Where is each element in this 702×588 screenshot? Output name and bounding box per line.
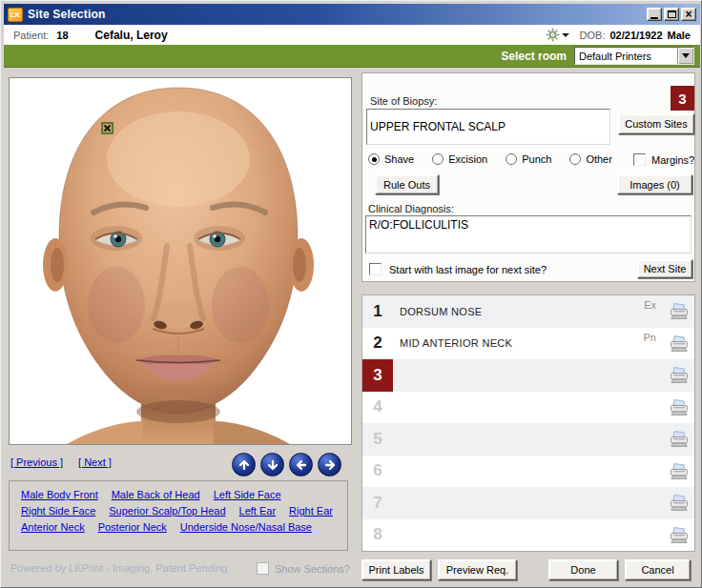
cancel-button[interactable]: Cancel: [625, 559, 691, 580]
current-site-number-badge: 3: [671, 86, 694, 111]
site-row-number: 3: [362, 359, 393, 392]
show-sections-checkbox[interactable]: [257, 562, 269, 575]
next-site-button[interactable]: Next Site: [637, 259, 692, 278]
previous-link[interactable]: [ Previous ]: [10, 456, 63, 468]
gear-icon: [546, 28, 560, 42]
rule-outs-button[interactable]: Rule Outs: [375, 174, 439, 194]
site-of-biopsy-label: Site of Biopsy:: [370, 95, 437, 107]
procedure-radio-group: ShaveExcisionPunchOther: [368, 153, 612, 165]
arrow-right-icon: [322, 457, 338, 473]
patient-name: Cefalu, Leroy: [95, 29, 168, 42]
site-row-print-button[interactable]: [669, 335, 690, 355]
region-link-right-side-face[interactable]: Right Side Face: [21, 505, 95, 517]
site-row-number: 2: [362, 328, 393, 360]
region-link-line: Male Body FrontMale Back of HeadLeft Sid…: [21, 489, 347, 500]
site-row-print-button[interactable]: [669, 366, 690, 386]
images-button[interactable]: Images (0): [617, 174, 692, 194]
site-row-print-button[interactable]: [669, 494, 690, 514]
maximize-button[interactable]: [664, 8, 679, 21]
titlebar: LK Site Selection ×: [4, 4, 700, 25]
dob-label: DOB:: [580, 30, 606, 41]
done-button[interactable]: Done: [548, 559, 618, 580]
site-row-print-button[interactable]: [669, 302, 690, 322]
dropdown-arrow-icon: [682, 53, 690, 58]
patient-head-image-panel[interactable]: [9, 77, 352, 445]
minimize-button[interactable]: [647, 8, 662, 21]
patient-head-image[interactable]: [10, 78, 351, 444]
site-row-1[interactable]: 1DORSUM NOSEEx: [362, 295, 694, 328]
arrow-up-icon: [237, 457, 252, 473]
dropdown-arrow-button[interactable]: [677, 48, 693, 64]
maximize-icon: [668, 10, 676, 18]
patient-sex: Male: [668, 30, 691, 41]
nav-down-button[interactable]: [260, 453, 284, 476]
site-list: 1DORSUM NOSEEx2MID ANTERIOR NECKPn345678: [361, 294, 695, 552]
site-row-procedure-code: Ex: [644, 299, 656, 311]
site-row-6[interactable]: 6: [362, 456, 694, 488]
margins-checkbox[interactable]: [633, 153, 646, 166]
site-row-name: MID ANTERIOR NECK: [400, 337, 512, 349]
procedure-radio-excision[interactable]: Excision: [432, 153, 487, 165]
radio-button-icon: [432, 153, 444, 165]
printer-icon: [669, 430, 690, 450]
site-row-3[interactable]: 3: [362, 359, 694, 392]
powered-by-text: Powered by LKPrint - Imaging. Patent Pen…: [10, 562, 231, 574]
settings-menu-button[interactable]: [546, 28, 569, 42]
clinical-diagnosis-input[interactable]: R/O:FOLLICULITIS: [365, 215, 692, 253]
show-sections-control: Show Sections?: [257, 562, 350, 575]
site-row-5[interactable]: 5: [362, 423, 694, 456]
site-row-procedure-code: Pn: [644, 332, 656, 343]
printer-dropdown-value: Default Printers: [575, 51, 677, 62]
close-icon: ×: [685, 10, 692, 19]
view-rotation-controls: [232, 453, 352, 476]
region-link-left-ear[interactable]: Left Ear: [239, 505, 277, 517]
region-link-male-body-front[interactable]: Male Body Front: [21, 489, 98, 500]
site-row-7[interactable]: 7: [362, 487, 694, 519]
site-row-number: 7: [362, 487, 393, 519]
room-bar: Select room Default Printers: [4, 45, 700, 68]
arrow-left-icon: [294, 457, 309, 473]
nav-left-button[interactable]: [289, 453, 313, 476]
radio-button-icon: [569, 153, 581, 165]
site-row-2[interactable]: 2MID ANTERIOR NECKPn: [362, 328, 694, 360]
start-with-last-image-checkbox[interactable]: [369, 263, 382, 275]
site-row-number: 5: [362, 423, 393, 456]
printer-icon: [669, 335, 690, 355]
region-link-right-ear[interactable]: Right Ear: [289, 505, 333, 517]
nav-right-button[interactable]: [318, 453, 341, 476]
printer-dropdown[interactable]: Default Printers: [574, 47, 694, 65]
region-link-anterior-neck[interactable]: Anterior Neck: [21, 521, 85, 533]
nav-up-button[interactable]: [232, 453, 256, 476]
site-row-print-button[interactable]: [669, 398, 690, 418]
site-row-print-button[interactable]: [669, 462, 690, 482]
region-link-superior-scalp-top-head[interactable]: Superior Scalp/Top Head: [109, 505, 225, 517]
printer-icon: [669, 398, 690, 418]
region-link-male-back-of-head[interactable]: Male Back of Head: [112, 489, 200, 500]
printer-icon: [669, 526, 690, 546]
radio-button-icon: [368, 153, 380, 165]
radio-button-icon: [506, 153, 517, 165]
procedure-radio-other[interactable]: Other: [569, 153, 612, 165]
preview-req-button[interactable]: Preview Req.: [438, 559, 517, 580]
window-title: Site Selection: [28, 8, 647, 21]
region-link-underside-nose-nasal-base[interactable]: Underside Nose/Nasal Base: [180, 521, 312, 533]
region-link-posterior-neck[interactable]: Posterior Neck: [98, 521, 167, 533]
printer-icon: [669, 366, 690, 386]
site-row-print-button[interactable]: [669, 430, 690, 450]
next-link[interactable]: [ Next ]: [78, 456, 112, 468]
procedure-radio-label: Excision: [448, 153, 487, 165]
region-link-left-side-face[interactable]: Left Side Face: [214, 489, 281, 500]
procedure-radio-punch[interactable]: Punch: [506, 153, 551, 165]
print-labels-button[interactable]: Print Labels: [361, 559, 431, 580]
site-row-8[interactable]: 8: [362, 519, 694, 552]
patient-label: Patient:: [13, 30, 49, 41]
procedure-radio-shave[interactable]: Shave: [368, 153, 414, 165]
site-row-4[interactable]: 4: [362, 392, 694, 424]
site-of-biopsy-input[interactable]: [366, 109, 610, 145]
close-button[interactable]: ×: [681, 8, 696, 21]
site-row-name: DORSUM NOSE: [400, 306, 482, 317]
site-row-print-button[interactable]: [669, 526, 690, 546]
procedure-radio-label: Shave: [384, 153, 414, 165]
custom-sites-button[interactable]: Custom Sites: [618, 113, 694, 134]
biopsy-site-marker[interactable]: [102, 123, 113, 133]
